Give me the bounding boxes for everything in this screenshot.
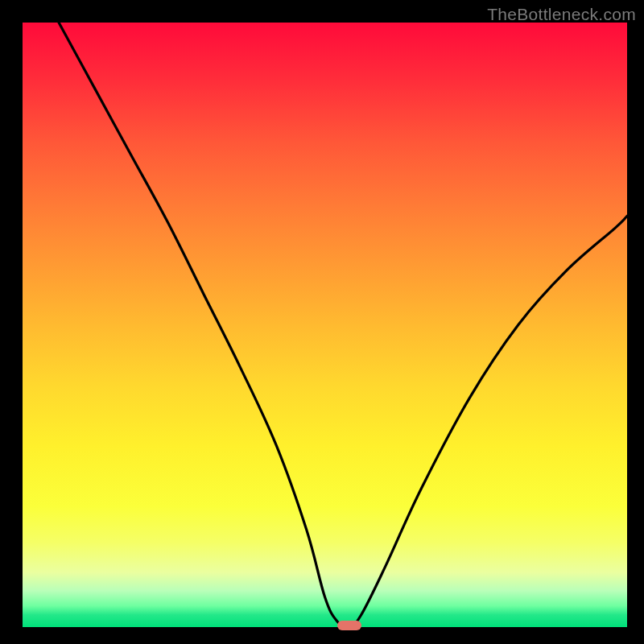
chart-frame: TheBottleneck.com bbox=[0, 0, 644, 644]
watermark-text: TheBottleneck.com bbox=[487, 5, 636, 24]
bottleneck-curve bbox=[0, 0, 644, 644]
minimum-marker bbox=[337, 621, 361, 630]
